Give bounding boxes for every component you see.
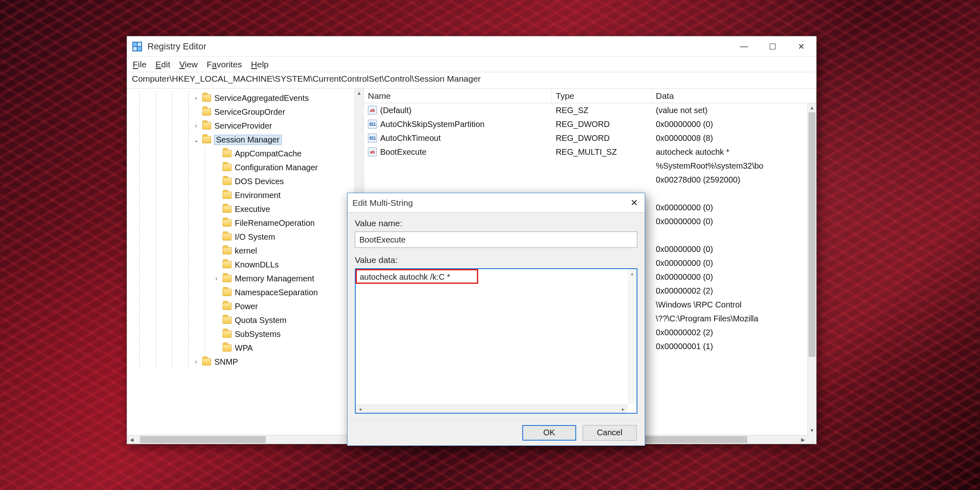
regedit-icon	[132, 41, 143, 52]
dialog-titlebar[interactable]: Edit Multi-String ✕	[347, 193, 645, 213]
value-name: (Default)	[380, 106, 412, 115]
tree-item[interactable]: kernel	[131, 244, 363, 258]
menu-edit[interactable]: Edit	[156, 60, 170, 69]
scroll-thumb[interactable]	[140, 436, 266, 443]
tree-item[interactable]: DOS Devices	[131, 174, 363, 188]
expand-toggle-icon[interactable]: ›	[192, 358, 200, 365]
tree-item-label: ServiceGroupOrder	[214, 107, 285, 117]
header-data[interactable]: Data	[652, 89, 816, 103]
tree-item-label: WPA	[235, 343, 253, 353]
value-data: 0x00278d00 (2592000)	[652, 175, 816, 185]
ok-button[interactable]: OK	[522, 425, 576, 441]
value-data: \??\C:\Program Files\Mozilla	[652, 314, 816, 323]
scroll-left-icon[interactable]: ◀	[127, 435, 136, 444]
tree-item[interactable]: Environment	[131, 188, 363, 202]
close-button[interactable]: ✕	[787, 37, 815, 56]
svg-rect-3	[133, 47, 137, 51]
expand-toggle-icon[interactable]: ⌄	[192, 136, 200, 144]
scroll-up-icon[interactable]: ▲	[808, 103, 816, 112]
folder-icon	[202, 122, 211, 129]
scroll-right-icon[interactable]: ▸	[619, 405, 628, 413]
folder-icon	[223, 261, 232, 268]
tree-item[interactable]: ›ServiceProvider	[131, 119, 363, 133]
scroll-thumb[interactable]	[808, 112, 815, 357]
tree-item[interactable]: ServiceGroupOrder	[131, 105, 363, 119]
tree-item[interactable]: KnownDLLs	[131, 258, 363, 272]
folder-icon	[223, 205, 232, 213]
binary-value-icon: 011	[368, 120, 377, 129]
dialog-body: Value name: Value data: ▴ ◂ ▸	[347, 213, 645, 419]
value-data: 0x00000000 (0)	[652, 272, 816, 282]
menu-view[interactable]: View	[179, 60, 198, 69]
list-header[interactable]: Name Type Data	[364, 89, 816, 103]
tree-item[interactable]: ›Memory Management	[131, 272, 363, 285]
titlebar[interactable]: Registry Editor ― ☐ ✕	[127, 36, 816, 57]
textarea-scrollbar-horizontal[interactable]: ◂ ▸	[356, 405, 628, 413]
value-data: 0x00000000 (0)	[652, 245, 816, 254]
folder-icon	[202, 108, 211, 116]
tree-item[interactable]: Configuration Manager	[131, 160, 363, 174]
maximize-button[interactable]: ☐	[758, 37, 787, 56]
value-data: 0x00000002 (2)	[652, 286, 816, 296]
tree-item[interactable]: ⌄Session Manager	[131, 133, 363, 147]
tree-item[interactable]: I/O System	[131, 230, 363, 244]
value-data: 0x00000008 (8)	[652, 134, 816, 143]
folder-icon	[223, 289, 232, 296]
value-name: AutoChkTimeout	[380, 134, 441, 143]
expand-toggle-icon[interactable]: ›	[213, 275, 220, 282]
tree-item[interactable]: SubSystems	[131, 327, 363, 341]
scroll-left-icon[interactable]: ◂	[356, 405, 365, 413]
value-type: REG_DWORD	[552, 120, 652, 129]
list-row[interactable]: 011AutoChkTimeoutREG_DWORD0x00000008 (8)	[364, 131, 816, 145]
header-type[interactable]: Type	[552, 89, 652, 103]
tree-item[interactable]: AppCompatCache	[131, 147, 363, 160]
tree-item[interactable]: Power	[131, 299, 363, 313]
value-name-label: Value name:	[355, 218, 637, 228]
tree-item-label: NamespaceSeparation	[235, 288, 318, 297]
list-row[interactable]: abBootExecuteREG_MULTI_SZautocheck autoc…	[364, 145, 816, 159]
tree-item[interactable]: WPA	[131, 341, 363, 355]
scroll-up-icon[interactable]: ▴	[628, 269, 637, 278]
tree-item-label: SNMP	[214, 357, 238, 367]
list-row[interactable]: 011AutoChkSkipSystemPartitionREG_DWORD0x…	[364, 117, 816, 131]
list-row[interactable]: %SystemRoot%\system32\bo	[364, 159, 816, 173]
value-name-input[interactable]	[355, 232, 637, 248]
textarea-scrollbar-vertical[interactable]: ▴	[628, 269, 637, 404]
folder-icon	[223, 344, 232, 352]
tree-item-label: ServiceProvider	[214, 121, 272, 131]
string-value-icon: ab	[368, 147, 377, 156]
tree-item[interactable]: Quota System	[131, 313, 363, 327]
string-value-icon: ab	[368, 106, 377, 115]
expand-toggle-icon[interactable]: ›	[192, 94, 200, 102]
scroll-right-icon[interactable]: ▶	[798, 435, 807, 444]
value-data-textarea[interactable]	[355, 268, 637, 414]
tree-item[interactable]: ›ServiceAggregatedEvents	[131, 91, 363, 105]
menu-file[interactable]: File	[133, 60, 147, 69]
cancel-button[interactable]: Cancel	[583, 425, 637, 441]
expand-toggle-icon[interactable]: ›	[192, 122, 200, 129]
tree-item-label: Quota System	[235, 316, 287, 325]
tree-item-label: Environment	[235, 191, 281, 200]
tree-item[interactable]: ›SNMP	[131, 355, 363, 369]
dialog-close-button[interactable]: ✕	[624, 194, 644, 212]
tree-item[interactable]: NamespaceSeparation	[131, 285, 363, 299]
folder-icon	[223, 219, 232, 227]
menu-favorites[interactable]: Favorites	[207, 60, 242, 69]
list-row[interactable]: 0x00278d00 (2592000)	[364, 173, 816, 187]
scroll-up-icon[interactable]: ▲	[355, 89, 363, 98]
list-row[interactable]: ab(Default)REG_SZ(value not set)	[364, 103, 816, 117]
tree-pane[interactable]: ›ServiceAggregatedEventsServiceGroupOrde…	[127, 89, 364, 444]
address-bar[interactable]: Computer\HKEY_LOCAL_MACHINE\SYSTEM\Curre…	[127, 72, 816, 89]
tree-item[interactable]: Executive	[131, 202, 363, 216]
folder-icon	[223, 178, 232, 185]
value-type: REG_SZ	[552, 106, 652, 115]
minimize-button[interactable]: ―	[730, 37, 758, 56]
menu-help[interactable]: Help	[251, 60, 269, 69]
scroll-down-icon[interactable]: ▼	[808, 426, 816, 435]
tree-scrollbar-horizontal[interactable]: ◀ ▶	[127, 435, 354, 444]
tree-item[interactable]: FileRenameOperation	[131, 216, 363, 230]
list-scrollbar-vertical[interactable]: ▲ ▼	[807, 103, 816, 435]
folder-icon	[223, 192, 232, 199]
resize-grip-icon[interactable]: ⋰	[807, 435, 816, 444]
header-name[interactable]: Name	[364, 89, 552, 103]
